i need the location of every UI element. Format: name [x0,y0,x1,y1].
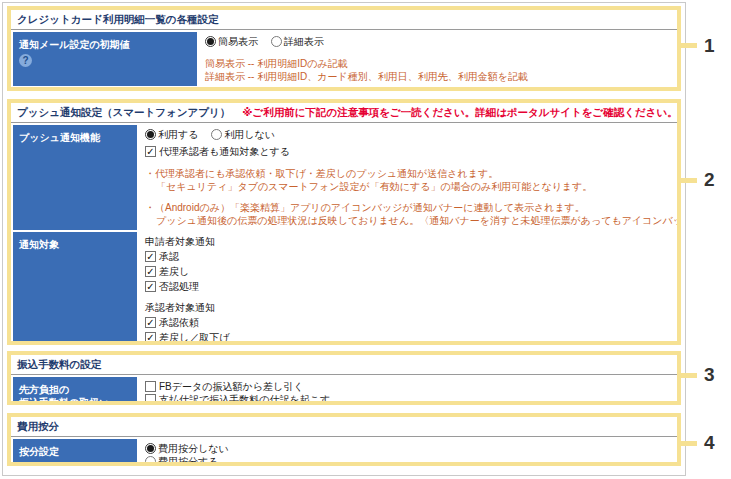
radio-push-enabled[interactable]: 利用する [145,129,198,140]
section-title: 費用按分 [11,417,677,437]
checkbox-checked-icon[interactable]: ✓ [145,266,156,277]
checkbox-reject[interactable]: ✓否認処理 [145,280,667,293]
radio-off-icon[interactable] [211,129,222,140]
table-row: 按分設定 費用按分しない 費用按分する [13,439,675,466]
radio-push-disabled[interactable]: 利用しない [211,129,275,140]
radio-do-allocation[interactable]: 費用按分する [145,455,667,466]
row-label-fee-handling: 先方負担の 振込手数料の取扱い [13,377,137,405]
push-note-1: ・代理承認者にも承認依頼・取下げ・差戻しのプッシュ通知が送信されます。 [145,167,681,180]
checkbox-checked-icon[interactable]: ✓ [145,332,156,343]
group-heading-approver: 承認者対象通知 [145,301,667,314]
row-label-notify-mail-default: 通知メール設定の初期値 ? [13,32,197,86]
section-title: クレジットカード利用明細一覧の各種設定 [11,10,677,30]
radio-simple-view[interactable]: 簡易表示 [205,36,258,47]
radio-off-icon[interactable] [145,456,156,466]
table-row: 通知対象 申請者対象通知 ✓承認 ✓差戻し ✓否認処理 承認者対象通知 ✓承認依… [13,232,675,345]
callout-connector-2 [679,178,697,183]
callout-number-2: 2 [704,169,715,191]
note-simple-view: 簡易表示 -- 利用明細IDのみ記載 [205,57,667,70]
callout-connector-3 [679,373,697,378]
help-icon[interactable]: ? [19,54,32,67]
row-label-line-2: 振込手数料の取扱い [19,396,131,405]
push-note-4: プッシュ通知後の伝票の処理状況は反映しておりません。〈通知バナーを消すと未処理伝… [145,214,681,227]
radio-no-allocation[interactable]: 費用按分しない [145,442,667,455]
section-warning-text: ※ご利用前に下記の注意事項をご一読ください。詳細はポータルサイトをご確認ください… [242,106,678,118]
callout-connector-4 [679,441,697,446]
group-heading-applicant: 申請者対象通知 [145,235,667,248]
table-row: プッシュ通知機能 利用する 利用しない ✓代理承認者も通知対象とする ・代理承認… [13,125,675,230]
checkbox-fee-journal[interactable]: 支払仕訳で振込手数料の仕訳を起こす [145,393,667,405]
row-label-text: 通知メール設定の初期値 [19,38,191,51]
row-label-allocation-setting: 按分設定 [13,439,137,466]
callout-number-1: 1 [704,35,715,57]
table-row: 通知メール設定の初期値 ? 簡易表示 詳細表示 簡易表示 -- 利用明細IDのみ… [13,32,675,86]
checkbox-checked-icon[interactable]: ✓ [145,317,156,328]
row-label-line-1: 先方負担の [19,383,131,396]
push-note-2: 「セキュリティ」タブのスマートフォン設定が「有効にする」の場合のみ利用可能となり… [145,180,681,193]
row-label-push-function: プッシュ通知機能 [13,125,137,230]
section-title: プッシュ通知設定（スマートフォンアプリ）※ご利用前に下記の注意事項をご一読くださ… [11,103,677,123]
radio-on-icon[interactable] [205,36,216,47]
section-title-text: プッシュ通知設定（スマートフォンアプリ） [17,106,230,118]
section-transfer-fee: 振込手数料の設定 先方負担の 振込手数料の取扱い FBデータの振込額から差し引く… [7,351,681,405]
checkbox-sendback[interactable]: ✓差戻し [145,265,667,278]
note-detail-view: 詳細表示 -- 利用明細ID、カード種別、利用日、利用先、利用金額を記載 [205,70,667,83]
checkbox-approval-request[interactable]: ✓承認依頼 [145,316,667,329]
row-content: 申請者対象通知 ✓承認 ✓差戻し ✓否認処理 承認者対象通知 ✓承認依頼 ✓差戻… [137,232,675,345]
checkbox-sendback-withdraw[interactable]: ✓差戻し／取下げ [145,331,667,344]
radio-on-icon[interactable] [145,129,156,140]
callout-connector-1 [679,43,697,48]
radio-off-icon[interactable] [271,36,282,47]
radio-detail-view[interactable]: 詳細表示 [271,36,324,47]
section-push-notification: プッシュ通知設定（スマートフォンアプリ）※ご利用前に下記の注意事項をご一読くださ… [7,99,681,345]
radio-on-icon[interactable] [145,443,156,454]
section-credit-card-settings: クレジットカード利用明細一覧の各種設定 通知メール設定の初期値 ? 簡易表示 詳… [7,6,681,91]
row-label-notify-target: 通知対象 [13,232,137,345]
section-title: 振込手数料の設定 [11,355,677,375]
callout-number-4: 4 [704,432,715,454]
checkbox-checked-icon[interactable]: ✓ [145,251,156,262]
row-content: 利用する 利用しない ✓代理承認者も通知対象とする ・代理承認者にも承認依頼・取… [137,125,681,230]
checkbox-unchecked-icon[interactable] [145,381,156,392]
row-content: FBデータの振込額から差し引く 支払仕訳で振込手数料の仕訳を起こす [137,377,675,405]
row-content: 費用按分しない 費用按分する [137,439,675,466]
checkbox-unchecked-icon[interactable] [145,394,156,405]
checkbox-proxy-approver-notify[interactable]: ✓代理承認者も通知対象とする [145,145,681,158]
push-note-3: ・（Androidのみ）「楽楽精算」アプリのアイコンバッジが通知バナーに連動して… [145,201,681,214]
checkbox-checked-icon[interactable]: ✓ [145,281,156,292]
callout-number-3: 3 [704,364,715,386]
section-cost-allocation: 費用按分 按分設定 費用按分しない 費用按分する [7,413,681,466]
checkbox-deduct-from-fb[interactable]: FBデータの振込額から差し引く [145,380,667,393]
checkbox-approve[interactable]: ✓承認 [145,250,667,263]
checkbox-checked-icon[interactable]: ✓ [145,146,156,157]
row-content: 簡易表示 詳細表示 簡易表示 -- 利用明細IDのみ記載 詳細表示 -- 利用明… [197,32,675,86]
table-row: 先方負担の 振込手数料の取扱い FBデータの振込額から差し引く 支払仕訳で振込手… [13,377,675,405]
